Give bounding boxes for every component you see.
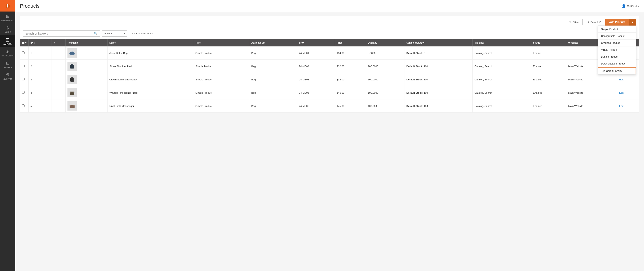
product-thumbnail — [68, 62, 77, 71]
sidebar-item-stores[interactable]: ⊡ STORES — [0, 58, 15, 70]
grouped-product-label: Grouped Product — [601, 42, 620, 44]
row-status: Enabled — [531, 60, 566, 73]
col-header-sort: ↑ — [52, 39, 66, 47]
dropdown-item-configurable[interactable]: Configurable Product — [598, 33, 636, 40]
col-header-attribute-set: Attribute Set — [249, 39, 297, 47]
row-thumbnail — [66, 99, 107, 113]
dropdown-item-downloadable[interactable]: Downloadable Product — [598, 60, 636, 67]
sidebar-item-sales[interactable]: $ SALES — [0, 23, 15, 35]
sidebar-item-marketing[interactable]: ◭ MARKETING — [0, 47, 15, 58]
logo[interactable] — [0, 0, 15, 12]
row-sort — [52, 47, 66, 60]
edit-link[interactable]: Edit — [619, 78, 624, 81]
sidebar-item-system[interactable]: ⚙ SYSTEM — [0, 70, 15, 82]
table-row: 3 Crown Summit Backpack Simple Product B… — [20, 73, 639, 86]
table-row: 5 Rival Field Messenger Simple Product B… — [20, 99, 639, 113]
svg-rect-12 — [70, 107, 74, 107]
edit-link[interactable]: Edit — [619, 91, 624, 94]
add-product-button[interactable]: Add Product — [605, 19, 629, 26]
row-id: 2 — [28, 60, 52, 73]
row-checkbox[interactable] — [22, 104, 24, 107]
row-visibility: Catalog, Search — [472, 73, 531, 86]
row-price: $45.00 — [335, 99, 366, 113]
products-table: ▾ ID ↕ ↑ Thumbnail Name Type Attribute S… — [20, 39, 639, 113]
row-salable-qty: Default Stock: 100 — [404, 73, 472, 86]
add-product-dropdown-toggle[interactable]: ▲ — [629, 19, 636, 26]
actions-select[interactable]: Actions Delete Change Status — [102, 30, 127, 37]
main-content: Products 👤 GiftCard ▾ ▼ Filters 👁 Defaul… — [15, 0, 644, 271]
product-thumbnail — [68, 101, 77, 111]
dashboard-icon: ⊞ — [6, 14, 10, 19]
dropdown-item-simple[interactable]: Simple Product — [598, 26, 636, 33]
user-icon: 👤 — [622, 4, 626, 8]
row-attribute-set: Bag — [249, 47, 297, 60]
row-thumbnail — [66, 47, 107, 60]
row-name: Wayfarer Messenger Bag — [107, 86, 194, 99]
col-header-sku: SKU — [297, 39, 335, 47]
dropdown-item-giftcard[interactable]: Gift Card (Ecwhim) — [598, 67, 636, 74]
row-sort — [52, 73, 66, 86]
records-count: 2048 records found — [132, 32, 153, 35]
sidebar-item-dashboard[interactable]: ⊞ DASHBOARD — [0, 12, 15, 23]
row-action: Edit — [617, 73, 639, 86]
row-sku: 24-MB03 — [297, 73, 335, 86]
content-area: ▼ Filters 👁 Default V Add Product ▲ Simp… — [15, 12, 644, 271]
search-icon[interactable]: 🔍 — [94, 32, 98, 35]
row-checkbox[interactable] — [22, 65, 24, 67]
row-visibility: Catalog, Search — [472, 60, 531, 73]
checkbox-dropdown-icon[interactable]: ▾ — [25, 42, 26, 44]
dropdown-item-grouped[interactable]: Grouped Product — [598, 40, 636, 47]
user-menu[interactable]: 👤 GiftCard ▾ — [622, 4, 640, 8]
top-header: Products 👤 GiftCard ▾ — [15, 0, 644, 12]
id-sort-icon[interactable]: ↕ — [34, 42, 35, 44]
bundle-product-label: Bundle Product — [601, 55, 618, 58]
product-type-dropdown: Simple Product Configurable Product Grou… — [598, 26, 636, 75]
marketing-icon: ◭ — [6, 49, 10, 54]
row-status: Enabled — [531, 47, 566, 60]
row-checkbox[interactable] — [22, 78, 24, 80]
row-checkbox[interactable] — [22, 52, 24, 54]
row-sku: 24-MB01 — [297, 47, 335, 60]
row-type: Simple Product — [194, 99, 249, 113]
catalog-icon: ◫ — [6, 37, 10, 42]
row-quantity: 0.0000 — [366, 47, 404, 60]
dropdown-item-bundle[interactable]: Bundle Product — [598, 53, 636, 60]
col-header-thumbnail: Thumbnail — [66, 39, 107, 47]
filters-button[interactable]: ▼ Filters — [566, 19, 582, 25]
svg-rect-5 — [70, 66, 74, 66]
select-all-checkbox[interactable] — [22, 42, 24, 44]
row-salable-qty: Default Stock: 0 — [404, 47, 472, 60]
table-row: 2 Strive Shoulder Pack Simple Product Ba… — [20, 60, 639, 73]
row-thumbnail — [66, 60, 107, 73]
row-name: Crown Summit Backpack — [107, 73, 194, 86]
user-dropdown-icon: ▾ — [638, 5, 640, 8]
search-input[interactable] — [25, 32, 94, 35]
sidebar-item-catalog[interactable]: ◫ CATALOG — [0, 35, 15, 47]
system-icon: ⚙ — [6, 72, 10, 77]
edit-link[interactable]: Edit — [619, 105, 624, 108]
row-price: $34.00 — [335, 47, 366, 60]
default-view-button[interactable]: 👁 Default V — [585, 19, 603, 25]
products-table-wrap: ▾ ID ↕ ↑ Thumbnail Name Type Attribute S… — [20, 39, 640, 113]
sidebar-label-stores: STORES — [4, 66, 12, 69]
row-checkbox[interactable] — [22, 91, 24, 94]
giftcard-product-label: Gift Card (Ecwhim) — [602, 70, 622, 72]
row-salable-qty: Default Stock: 100 — [404, 99, 472, 113]
sidebar-label-dashboard: DASHBOARD — [1, 20, 14, 22]
user-name: GiftCard — [627, 5, 637, 8]
row-quantity: 100.0000 — [366, 73, 404, 86]
row-attribute-set: Bag — [249, 99, 297, 113]
svg-rect-4 — [71, 64, 73, 65]
row-attribute-set: Bag — [249, 60, 297, 73]
row-checkbox-cell — [20, 60, 28, 73]
svg-rect-7 — [71, 77, 73, 78]
row-websites: Main Website — [566, 86, 617, 99]
row-attribute-set: Bag — [249, 73, 297, 86]
product-thumbnail — [68, 48, 77, 58]
dropdown-item-virtual[interactable]: Virtual Product — [598, 47, 636, 53]
row-quantity: 100.0000 — [366, 99, 404, 113]
row-name: Rival Field Messenger — [107, 99, 194, 113]
svg-rect-11 — [70, 105, 74, 108]
row-price: $45.00 — [335, 86, 366, 99]
row-sort — [52, 60, 66, 73]
